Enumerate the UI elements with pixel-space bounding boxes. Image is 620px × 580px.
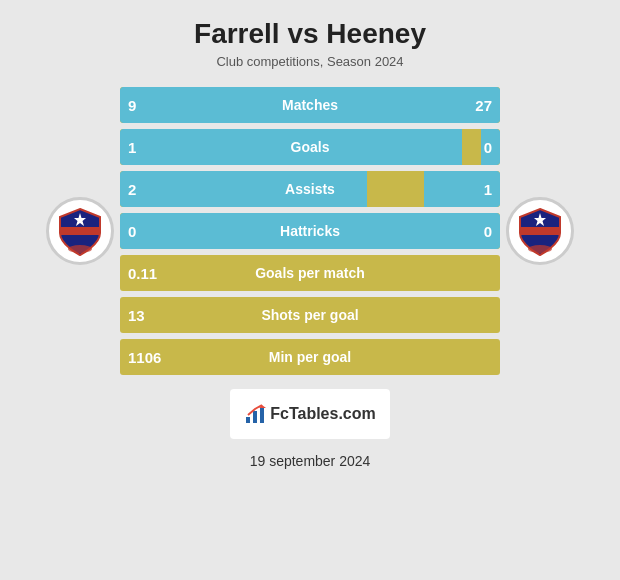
stat-left-value: 9 xyxy=(128,97,136,114)
svg-rect-3 xyxy=(520,227,560,235)
stat-row: 0Hattricks0 xyxy=(120,213,500,249)
svg-rect-0 xyxy=(60,227,100,235)
main-content: 9Matches271Goals02Assists10Hattricks00.1… xyxy=(10,87,610,375)
stat-right-value: 1 xyxy=(484,181,492,198)
stat-label: Hattricks xyxy=(280,223,340,239)
stat-label: Min per goal xyxy=(269,349,351,365)
stat-label: Shots per goal xyxy=(261,307,358,323)
logo-left xyxy=(40,197,120,265)
watermark-text: FcTables.com xyxy=(270,405,376,423)
page-wrapper: Farrell vs Heeney Club competitions, Sea… xyxy=(0,0,620,580)
logo-right xyxy=(500,197,580,265)
svg-point-2 xyxy=(68,245,92,253)
stat-left-value: 1 xyxy=(128,139,136,156)
stat-right-value: 27 xyxy=(475,97,492,114)
page-title: Farrell vs Heeney xyxy=(194,18,426,50)
page-subtitle: Club competitions, Season 2024 xyxy=(216,54,403,69)
stat-label: Goals per match xyxy=(255,265,365,281)
stat-left-value: 0 xyxy=(128,223,136,240)
stat-label: Matches xyxy=(282,97,338,113)
right-badge-svg xyxy=(514,205,566,257)
date-text: 19 september 2024 xyxy=(250,453,371,469)
stat-row: 1Goals0 xyxy=(120,129,500,165)
right-team-badge xyxy=(506,197,574,265)
watermark: FcTables.com xyxy=(230,389,390,439)
stat-label: Assists xyxy=(285,181,335,197)
svg-point-5 xyxy=(528,245,552,253)
stat-left-value: 0.11 xyxy=(128,265,157,282)
stat-right-value: 0 xyxy=(484,139,492,156)
stat-left-value: 2 xyxy=(128,181,136,198)
svg-rect-6 xyxy=(246,417,250,423)
stat-row: 9Matches27 xyxy=(120,87,500,123)
svg-rect-7 xyxy=(253,411,257,423)
fctables-icon xyxy=(244,403,266,425)
stat-left-value: 1106 xyxy=(128,349,161,366)
stat-left-value: 13 xyxy=(128,307,145,324)
left-team-badge xyxy=(46,197,114,265)
stat-row: 1106Min per goal xyxy=(120,339,500,375)
stat-row: 0.11Goals per match xyxy=(120,255,500,291)
stat-row: 2Assists1 xyxy=(120,171,500,207)
stat-row: 13Shots per goal xyxy=(120,297,500,333)
stat-label: Goals xyxy=(291,139,330,155)
stats-container: 9Matches271Goals02Assists10Hattricks00.1… xyxy=(120,87,500,375)
left-badge-svg xyxy=(54,205,106,257)
stat-right-value: 0 xyxy=(484,223,492,240)
svg-rect-8 xyxy=(260,407,264,423)
